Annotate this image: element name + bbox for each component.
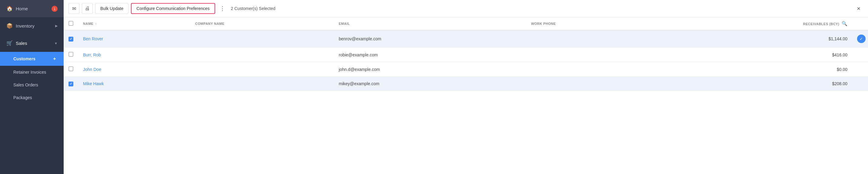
bulk-update-label: Bulk Update [100, 6, 123, 11]
row-phone-3 [526, 62, 653, 77]
row-action-cell-4 [852, 77, 868, 91]
row-company-1 [190, 30, 334, 48]
th-company: COMPANY NAME [190, 17, 334, 30]
sidebar: 🏠 Home 1 📦 Inventory ▶ 🛒 Sales ▼ Custome… [0, 0, 64, 174]
table-body: Ben Rover benrov@example.com $1,144.00 ✓… [64, 30, 868, 91]
sidebar-item-home[interactable]: 🏠 Home 1 [0, 0, 64, 17]
row-checkbox-cell [64, 30, 78, 48]
row-receivables-4: $208.00 [653, 77, 852, 91]
row-company-2 [190, 48, 334, 62]
print-icon: 🖨 [85, 6, 90, 11]
print-button[interactable]: 🖨 [82, 3, 93, 14]
selected-count-text: 2 Customer(s) Selected [231, 6, 276, 11]
customers-table-container: NAME ↑ COMPANY NAME EMAIL WORK PHONE REC… [64, 17, 868, 174]
toolbar: ✉ 🖨 Bulk Update Configure Communication … [64, 0, 868, 17]
inventory-arrow-icon: ▶ [55, 24, 58, 28]
th-phone: WORK PHONE [526, 17, 653, 30]
configure-communication-label: Configure Communication Preferences [136, 6, 210, 11]
row-receivables-3: $0.00 [653, 62, 852, 77]
row-email-3: john.d@example.com [334, 62, 526, 77]
row-checkbox-cell [64, 48, 78, 62]
row-email-2: robie@example.com [334, 48, 526, 62]
row-action-cell-3 [852, 62, 868, 77]
row-checkbox-cell [64, 62, 78, 77]
main-content: ✉ 🖨 Bulk Update Configure Communication … [64, 0, 868, 174]
table-row: John Doe john.d@example.com $0.00 [64, 62, 868, 77]
th-phone-label: WORK PHONE [531, 22, 556, 26]
sidebar-item-sales-orders[interactable]: Sales Orders [0, 79, 64, 91]
add-customer-button[interactable]: + [52, 56, 58, 62]
sidebar-item-retainer-invoices[interactable]: Retainer Invoices [0, 66, 64, 79]
sidebar-item-sales[interactable]: 🛒 Sales ▼ [0, 34, 64, 52]
name-sort-icon[interactable]: ↑ [95, 22, 97, 26]
row-company-3 [190, 62, 334, 77]
sidebar-item-customers[interactable]: Customers + [0, 52, 64, 66]
sidebar-item-packages-label: Packages [13, 95, 32, 100]
row-name-3[interactable]: John Doe [78, 62, 190, 77]
row-checkbox-2[interactable] [68, 52, 73, 57]
row-email-4: mikey@example.com [334, 77, 526, 91]
sales-icon: 🛒 [6, 40, 13, 47]
row-email-1: benrov@example.com [334, 30, 526, 48]
row-receivables-2: $416.00 [653, 48, 852, 62]
close-selection-button[interactable]: × [854, 4, 863, 13]
receivables-search-icon[interactable]: 🔍 [842, 21, 848, 26]
row-company-4 [190, 77, 334, 91]
th-actions [852, 17, 868, 30]
sidebar-item-packages[interactable]: Packages [0, 91, 64, 104]
configure-communication-button[interactable]: Configure Communication Preferences [131, 3, 215, 14]
sales-arrow-icon: ▼ [54, 41, 58, 45]
select-all-checkbox-cell [64, 17, 78, 30]
th-email: EMAIL [334, 17, 526, 30]
sidebar-item-customers-label: Customers [13, 56, 35, 61]
th-email-label: EMAIL [339, 22, 350, 26]
inventory-icon: 📦 [6, 23, 13, 29]
row-checkbox-cell [64, 77, 78, 91]
more-options-button[interactable]: ⋮ [218, 4, 227, 13]
row-checkbox-3[interactable] [68, 66, 73, 71]
sidebar-item-home-label: Home [16, 6, 28, 11]
sidebar-item-inventory[interactable]: 📦 Inventory ▶ [0, 17, 64, 34]
row-checkbox-4[interactable] [68, 82, 73, 86]
row-action-cell-1: ✓ [852, 30, 868, 48]
table-row: Ben Rover benrov@example.com $1,144.00 ✓ [64, 30, 868, 48]
sidebar-item-inventory-label: Inventory [16, 23, 35, 29]
row-selected-indicator: ✓ [857, 34, 866, 43]
home-icon: 🏠 [6, 5, 13, 12]
select-all-checkbox[interactable] [68, 21, 73, 26]
email-icon: ✉ [72, 6, 76, 11]
table-row: Mike Hawk mikey@example.com $208.00 [64, 77, 868, 91]
row-action-cell-2 [852, 48, 868, 62]
home-badge: 1 [52, 6, 58, 12]
row-name-1[interactable]: Ben Rover [78, 30, 190, 48]
table-header-row: NAME ↑ COMPANY NAME EMAIL WORK PHONE REC… [64, 17, 868, 30]
close-icon: × [857, 5, 861, 12]
th-name-label: NAME [83, 22, 93, 26]
th-receivables: RECEIVABLES (BCY) 🔍 [653, 17, 852, 30]
more-options-icon: ⋮ [220, 5, 225, 12]
row-checkbox-1[interactable] [68, 37, 73, 41]
bulk-update-button[interactable]: Bulk Update [95, 3, 128, 14]
th-company-label: COMPANY NAME [195, 22, 224, 26]
row-name-2[interactable]: Burr, Rob [78, 48, 190, 62]
table-row: Burr, Rob robie@example.com $416.00 [64, 48, 868, 62]
sidebar-item-retainer-label: Retainer Invoices [13, 70, 46, 75]
sidebar-item-sales-orders-label: Sales Orders [13, 83, 38, 87]
th-receivables-label: RECEIVABLES (BCY) [803, 22, 839, 26]
row-phone-4 [526, 77, 653, 91]
row-phone-1 [526, 30, 653, 48]
email-button[interactable]: ✉ [68, 3, 80, 14]
customers-table: NAME ↑ COMPANY NAME EMAIL WORK PHONE REC… [64, 17, 868, 91]
th-name: NAME ↑ [78, 17, 190, 30]
sidebar-item-sales-label: Sales [16, 40, 27, 46]
row-phone-2 [526, 48, 653, 62]
row-name-4[interactable]: Mike Hawk [78, 77, 190, 91]
row-receivables-1: $1,144.00 [653, 30, 852, 48]
